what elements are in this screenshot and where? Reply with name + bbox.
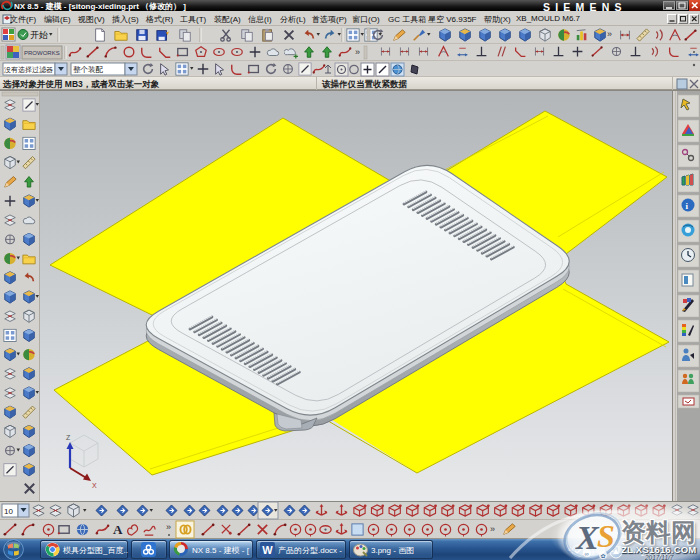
svg-text:W: W (262, 544, 273, 556)
svg-text:没有选择过滤器: 没有选择过滤器 (4, 66, 53, 74)
svg-text:»: » (166, 522, 171, 532)
svg-text:整个装配: 整个装配 (73, 65, 104, 74)
svg-text:X: X (92, 482, 97, 489)
svg-text:PROWORKS: PROWORKS (24, 50, 60, 56)
svg-text:Z: Z (66, 434, 71, 441)
svg-text:»: » (607, 29, 612, 39)
svg-text:开始: 开始 (30, 30, 48, 40)
svg-text:10: 10 (4, 507, 13, 516)
svg-text:»: » (355, 47, 360, 57)
svg-text:»: » (490, 524, 495, 534)
